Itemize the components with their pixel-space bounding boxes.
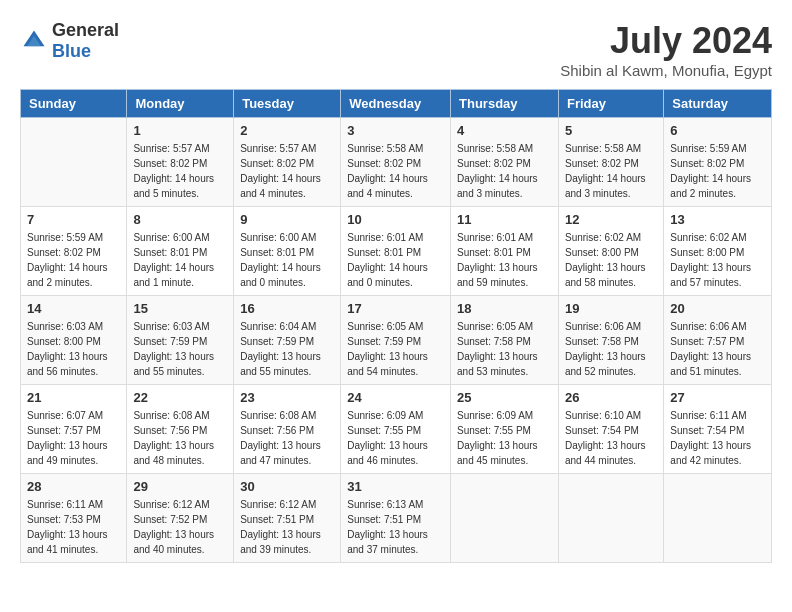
day-info: Sunrise: 6:01 AM Sunset: 8:01 PM Dayligh… bbox=[457, 230, 552, 290]
day-number: 15 bbox=[133, 301, 227, 316]
day-number: 4 bbox=[457, 123, 552, 138]
calendar-week-row: 28Sunrise: 6:11 AM Sunset: 7:53 PM Dayli… bbox=[21, 474, 772, 563]
day-number: 12 bbox=[565, 212, 657, 227]
page-header: General Blue July 2024 Shibin al Kawm, M… bbox=[20, 20, 772, 79]
day-number: 28 bbox=[27, 479, 120, 494]
weekday-header: Friday bbox=[558, 90, 663, 118]
day-info: Sunrise: 6:05 AM Sunset: 7:59 PM Dayligh… bbox=[347, 319, 444, 379]
day-info: Sunrise: 6:09 AM Sunset: 7:55 PM Dayligh… bbox=[347, 408, 444, 468]
calendar-cell: 20Sunrise: 6:06 AM Sunset: 7:57 PM Dayli… bbox=[664, 296, 772, 385]
day-info: Sunrise: 6:10 AM Sunset: 7:54 PM Dayligh… bbox=[565, 408, 657, 468]
day-number: 3 bbox=[347, 123, 444, 138]
calendar-cell: 28Sunrise: 6:11 AM Sunset: 7:53 PM Dayli… bbox=[21, 474, 127, 563]
day-number: 25 bbox=[457, 390, 552, 405]
day-info: Sunrise: 5:59 AM Sunset: 8:02 PM Dayligh… bbox=[670, 141, 765, 201]
weekday-header: Thursday bbox=[451, 90, 559, 118]
calendar-cell: 7Sunrise: 5:59 AM Sunset: 8:02 PM Daylig… bbox=[21, 207, 127, 296]
calendar-week-row: 14Sunrise: 6:03 AM Sunset: 8:00 PM Dayli… bbox=[21, 296, 772, 385]
day-number: 16 bbox=[240, 301, 334, 316]
day-number: 6 bbox=[670, 123, 765, 138]
calendar-cell: 12Sunrise: 6:02 AM Sunset: 8:00 PM Dayli… bbox=[558, 207, 663, 296]
day-info: Sunrise: 6:12 AM Sunset: 7:52 PM Dayligh… bbox=[133, 497, 227, 557]
day-number: 23 bbox=[240, 390, 334, 405]
calendar-cell: 3Sunrise: 5:58 AM Sunset: 8:02 PM Daylig… bbox=[341, 118, 451, 207]
calendar-cell: 9Sunrise: 6:00 AM Sunset: 8:01 PM Daylig… bbox=[234, 207, 341, 296]
day-info: Sunrise: 5:57 AM Sunset: 8:02 PM Dayligh… bbox=[240, 141, 334, 201]
logo: General Blue bbox=[20, 20, 119, 62]
day-info: Sunrise: 5:57 AM Sunset: 8:02 PM Dayligh… bbox=[133, 141, 227, 201]
day-info: Sunrise: 6:02 AM Sunset: 8:00 PM Dayligh… bbox=[565, 230, 657, 290]
day-info: Sunrise: 6:11 AM Sunset: 7:53 PM Dayligh… bbox=[27, 497, 120, 557]
day-number: 31 bbox=[347, 479, 444, 494]
day-number: 21 bbox=[27, 390, 120, 405]
day-info: Sunrise: 5:58 AM Sunset: 8:02 PM Dayligh… bbox=[347, 141, 444, 201]
calendar-cell bbox=[558, 474, 663, 563]
location-title: Shibin al Kawm, Monufia, Egypt bbox=[560, 62, 772, 79]
calendar-table: SundayMondayTuesdayWednesdayThursdayFrid… bbox=[20, 89, 772, 563]
logo-blue: Blue bbox=[52, 41, 91, 61]
day-number: 19 bbox=[565, 301, 657, 316]
calendar-cell: 6Sunrise: 5:59 AM Sunset: 8:02 PM Daylig… bbox=[664, 118, 772, 207]
calendar-cell bbox=[451, 474, 559, 563]
day-info: Sunrise: 6:00 AM Sunset: 8:01 PM Dayligh… bbox=[133, 230, 227, 290]
calendar-cell: 21Sunrise: 6:07 AM Sunset: 7:57 PM Dayli… bbox=[21, 385, 127, 474]
calendar-cell: 5Sunrise: 5:58 AM Sunset: 8:02 PM Daylig… bbox=[558, 118, 663, 207]
day-info: Sunrise: 6:06 AM Sunset: 7:57 PM Dayligh… bbox=[670, 319, 765, 379]
calendar-cell bbox=[21, 118, 127, 207]
day-number: 10 bbox=[347, 212, 444, 227]
day-info: Sunrise: 6:12 AM Sunset: 7:51 PM Dayligh… bbox=[240, 497, 334, 557]
day-info: Sunrise: 6:11 AM Sunset: 7:54 PM Dayligh… bbox=[670, 408, 765, 468]
day-number: 22 bbox=[133, 390, 227, 405]
day-number: 26 bbox=[565, 390, 657, 405]
calendar-week-row: 7Sunrise: 5:59 AM Sunset: 8:02 PM Daylig… bbox=[21, 207, 772, 296]
calendar-cell: 18Sunrise: 6:05 AM Sunset: 7:58 PM Dayli… bbox=[451, 296, 559, 385]
calendar-cell: 2Sunrise: 5:57 AM Sunset: 8:02 PM Daylig… bbox=[234, 118, 341, 207]
calendar-cell: 31Sunrise: 6:13 AM Sunset: 7:51 PM Dayli… bbox=[341, 474, 451, 563]
day-info: Sunrise: 6:13 AM Sunset: 7:51 PM Dayligh… bbox=[347, 497, 444, 557]
calendar-cell: 11Sunrise: 6:01 AM Sunset: 8:01 PM Dayli… bbox=[451, 207, 559, 296]
calendar-week-row: 1Sunrise: 5:57 AM Sunset: 8:02 PM Daylig… bbox=[21, 118, 772, 207]
day-info: Sunrise: 6:04 AM Sunset: 7:59 PM Dayligh… bbox=[240, 319, 334, 379]
calendar-week-row: 21Sunrise: 6:07 AM Sunset: 7:57 PM Dayli… bbox=[21, 385, 772, 474]
day-number: 11 bbox=[457, 212, 552, 227]
calendar-cell: 1Sunrise: 5:57 AM Sunset: 8:02 PM Daylig… bbox=[127, 118, 234, 207]
day-number: 18 bbox=[457, 301, 552, 316]
day-number: 29 bbox=[133, 479, 227, 494]
calendar-cell: 10Sunrise: 6:01 AM Sunset: 8:01 PM Dayli… bbox=[341, 207, 451, 296]
weekday-header: Sunday bbox=[21, 90, 127, 118]
calendar-cell: 15Sunrise: 6:03 AM Sunset: 7:59 PM Dayli… bbox=[127, 296, 234, 385]
day-number: 27 bbox=[670, 390, 765, 405]
day-number: 8 bbox=[133, 212, 227, 227]
day-info: Sunrise: 5:59 AM Sunset: 8:02 PM Dayligh… bbox=[27, 230, 120, 290]
day-info: Sunrise: 6:06 AM Sunset: 7:58 PM Dayligh… bbox=[565, 319, 657, 379]
weekday-header: Wednesday bbox=[341, 90, 451, 118]
day-number: 17 bbox=[347, 301, 444, 316]
weekday-header: Monday bbox=[127, 90, 234, 118]
day-info: Sunrise: 6:03 AM Sunset: 7:59 PM Dayligh… bbox=[133, 319, 227, 379]
day-info: Sunrise: 6:05 AM Sunset: 7:58 PM Dayligh… bbox=[457, 319, 552, 379]
calendar-cell bbox=[664, 474, 772, 563]
day-info: Sunrise: 6:02 AM Sunset: 8:00 PM Dayligh… bbox=[670, 230, 765, 290]
calendar-cell: 30Sunrise: 6:12 AM Sunset: 7:51 PM Dayli… bbox=[234, 474, 341, 563]
day-number: 30 bbox=[240, 479, 334, 494]
day-info: Sunrise: 6:03 AM Sunset: 8:00 PM Dayligh… bbox=[27, 319, 120, 379]
day-number: 14 bbox=[27, 301, 120, 316]
calendar-cell: 17Sunrise: 6:05 AM Sunset: 7:59 PM Dayli… bbox=[341, 296, 451, 385]
title-block: July 2024 Shibin al Kawm, Monufia, Egypt bbox=[560, 20, 772, 79]
day-number: 7 bbox=[27, 212, 120, 227]
calendar-cell: 22Sunrise: 6:08 AM Sunset: 7:56 PM Dayli… bbox=[127, 385, 234, 474]
day-info: Sunrise: 6:08 AM Sunset: 7:56 PM Dayligh… bbox=[133, 408, 227, 468]
day-info: Sunrise: 5:58 AM Sunset: 8:02 PM Dayligh… bbox=[457, 141, 552, 201]
day-number: 5 bbox=[565, 123, 657, 138]
month-title: July 2024 bbox=[560, 20, 772, 62]
calendar-cell: 25Sunrise: 6:09 AM Sunset: 7:55 PM Dayli… bbox=[451, 385, 559, 474]
day-info: Sunrise: 6:09 AM Sunset: 7:55 PM Dayligh… bbox=[457, 408, 552, 468]
calendar-cell: 4Sunrise: 5:58 AM Sunset: 8:02 PM Daylig… bbox=[451, 118, 559, 207]
day-number: 9 bbox=[240, 212, 334, 227]
day-number: 24 bbox=[347, 390, 444, 405]
day-info: Sunrise: 6:00 AM Sunset: 8:01 PM Dayligh… bbox=[240, 230, 334, 290]
day-info: Sunrise: 6:01 AM Sunset: 8:01 PM Dayligh… bbox=[347, 230, 444, 290]
calendar-cell: 14Sunrise: 6:03 AM Sunset: 8:00 PM Dayli… bbox=[21, 296, 127, 385]
logo-icon bbox=[20, 27, 48, 55]
calendar-cell: 16Sunrise: 6:04 AM Sunset: 7:59 PM Dayli… bbox=[234, 296, 341, 385]
